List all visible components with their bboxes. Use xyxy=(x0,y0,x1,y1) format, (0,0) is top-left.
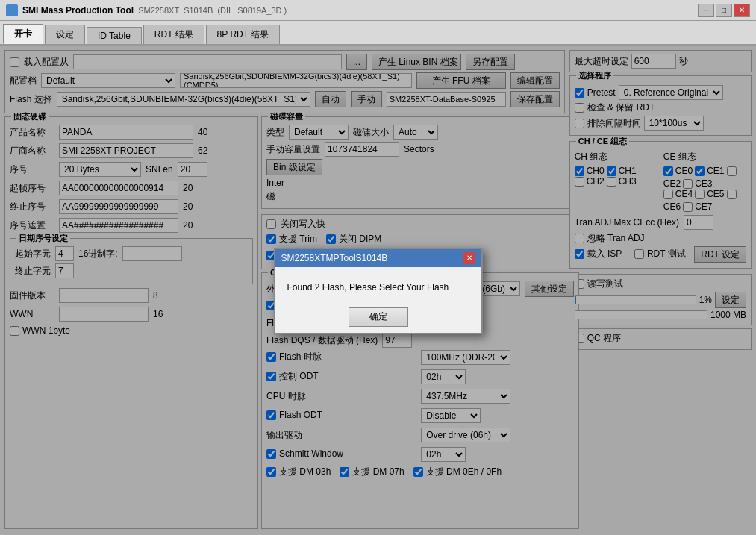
tab-idtable[interactable]: ID Table xyxy=(87,27,142,44)
app-name: SMI Mass Production Tool xyxy=(22,5,134,16)
modal-footer: 确定 xyxy=(275,301,481,333)
modal-close-button[interactable]: ✕ xyxy=(463,252,475,264)
app-icon xyxy=(6,4,18,16)
close-button[interactable]: ✕ xyxy=(734,4,750,17)
main-content: 载入配置从 ... 产生 Linux BIN 档案 另存配置 配置档 Defau… xyxy=(0,46,756,535)
minimize-button[interactable]: ─ xyxy=(698,4,714,17)
modal-title-bar: SM2258XTMPToolS1014B ✕ xyxy=(275,249,481,267)
modal-overlay: SM2258XTMPToolS1014B ✕ Found 2 Flash, Pl… xyxy=(0,46,756,535)
tab-rdt[interactable]: RDT 结果 xyxy=(143,25,204,44)
modal-title: SM2258XTMPToolS1014B xyxy=(281,253,388,263)
maximize-button[interactable]: □ xyxy=(716,4,732,17)
tab-kaika[interactable]: 开卡 xyxy=(3,24,43,44)
app-info: (DII : S0819A_3D ) xyxy=(217,6,287,15)
app-firmware: S1014B xyxy=(184,6,213,15)
modal-message: Found 2 Flash, Please Select Your Flash xyxy=(287,282,469,292)
tab-sheding[interactable]: 设定 xyxy=(45,25,85,44)
modal-ok-button[interactable]: 确定 xyxy=(349,307,408,327)
app-model: SM2258XT xyxy=(138,6,179,15)
title-bar: SMI Mass Production Tool SM2258XT S1014B… xyxy=(0,0,756,21)
window-controls: ─ □ ✕ xyxy=(698,4,750,17)
tab-8prdt[interactable]: 8P RDT 结果 xyxy=(206,25,281,44)
tab-bar: 开卡 设定 ID Table RDT 结果 8P RDT 结果 xyxy=(0,21,756,46)
modal-body: Found 2 Flash, Please Select Your Flash xyxy=(275,267,481,301)
modal-dialog: SM2258XTMPToolS1014B ✕ Found 2 Flash, Pl… xyxy=(274,248,483,334)
